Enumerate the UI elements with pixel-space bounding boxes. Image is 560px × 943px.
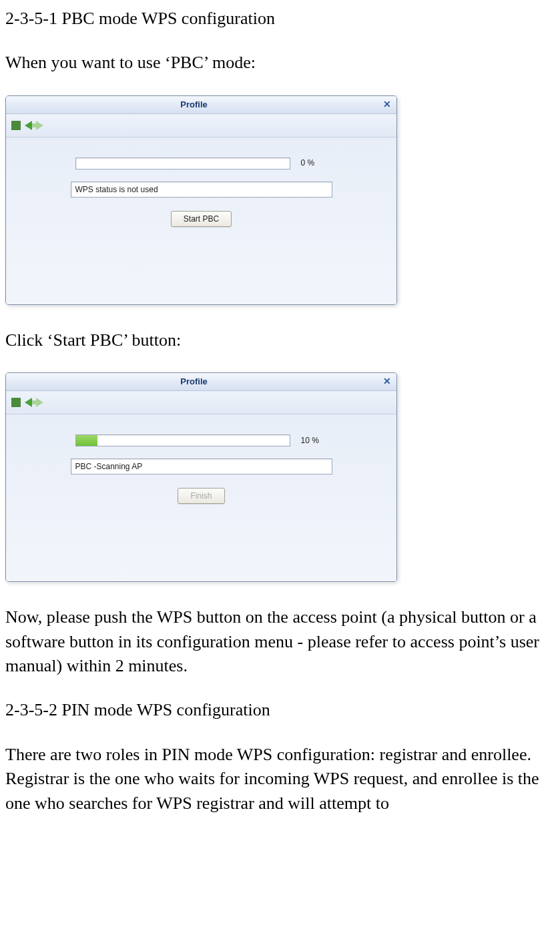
forward-arrow-icon[interactable] [36,121,43,130]
progress-row: 0 % [19,158,383,170]
progress-row: 10 % [19,434,383,446]
after-instruction: Now, please push the WPS button on the a… [5,605,555,678]
wps-status-field: WPS status is not used [71,182,332,198]
back-arrow-icon[interactable] [25,121,32,130]
profile-dialog-2: Profile ✕ 10 % PBC -Scanning AP Finish [5,372,397,582]
mid-instruction: Click ‘Start PBC’ button: [5,328,555,352]
wps-status-field: PBC -Scanning AP [71,458,332,475]
nav-toolbar [6,114,396,137]
profile-dialog-1: Profile ✕ 0 % WPS status is not used Sta… [5,95,397,305]
nav-toolbar [6,391,396,414]
start-pbc-button[interactable]: Start PBC [171,211,232,227]
dialog-content: 10 % PBC -Scanning AP Finish [6,414,396,581]
progress-percent-label: 10 % [301,435,328,446]
stop-icon[interactable] [11,121,21,130]
finish-button[interactable]: Finish [178,488,224,504]
section-body-2: There are two roles in PIN mode WPS conf… [5,743,555,816]
progress-bar [75,434,290,446]
section-heading-2: 2-3-5-2 PIN mode WPS configuration [5,698,555,722]
titlebar: Profile ✕ [6,96,396,114]
close-icon[interactable]: ✕ [382,99,392,110]
titlebar: Profile ✕ [6,373,396,391]
window-title: Profile [6,99,382,111]
close-icon[interactable]: ✕ [382,376,392,387]
progress-percent-label: 0 % [301,158,328,169]
section-heading-1: 2-3-5-1 PBC mode WPS configuration [5,7,555,31]
progress-fill [76,435,97,446]
stop-icon[interactable] [11,398,21,407]
progress-bar [75,158,290,170]
window-title: Profile [6,376,382,388]
back-arrow-icon[interactable] [25,398,32,407]
forward-arrow-icon[interactable] [36,398,43,407]
section-intro-1: When you want to use ‘PBC’ mode: [5,51,555,75]
dialog-content: 0 % WPS status is not used Start PBC [6,137,396,304]
